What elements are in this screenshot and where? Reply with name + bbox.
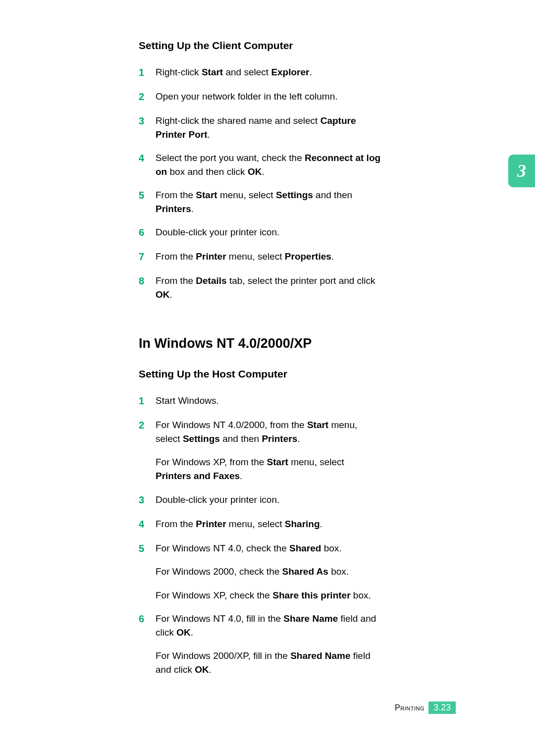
step: 7From the Printer menu, select Propertie… <box>139 250 381 264</box>
step-number: 1 <box>139 394 156 408</box>
step-number: 4 <box>139 151 156 178</box>
step-body: For Windows NT 4.0, fill in the Share Na… <box>156 612 381 676</box>
section2-title: Setting Up the Host Computer <box>139 368 381 380</box>
step: 8From the Details tab, select the printe… <box>139 274 381 301</box>
step: 3Double-click your printer icon. <box>139 493 381 507</box>
step-paragraph: For Windows 2000/XP, fill in the Shared … <box>156 649 381 676</box>
step-number: 5 <box>139 188 156 216</box>
step-body: Select the port you want, check the Reco… <box>156 151 381 178</box>
step: 4Select the port you want, check the Rec… <box>139 151 381 178</box>
step-number: 1 <box>139 65 156 80</box>
step-paragraph: From the Printer menu, select Properties… <box>156 250 381 264</box>
step-paragraph: Right-click the shared name and select C… <box>156 114 381 141</box>
step: 4From the Printer menu, select Sharing. <box>139 517 381 532</box>
section1-title: Setting Up the Client Computer <box>139 40 381 52</box>
step-body: Double-click your printer icon. <box>156 493 381 507</box>
step-number: 5 <box>139 541 156 602</box>
step: 6For Windows NT 4.0, fill in the Share N… <box>139 612 381 676</box>
step: 6Double-click your printer icon. <box>139 225 381 240</box>
step-paragraph: For Windows NT 4.0, check the Shared box… <box>156 541 381 555</box>
step-number: 2 <box>139 418 156 483</box>
step-paragraph: Right-click Start and select Explorer. <box>156 65 381 79</box>
page-footer: Printing 3.23 <box>395 702 456 714</box>
step-number: 6 <box>139 612 156 676</box>
step-body: Right-click the shared name and select C… <box>156 114 381 141</box>
step-paragraph: For Windows NT 4.0, fill in the Share Na… <box>156 612 381 639</box>
step-number: 7 <box>139 250 156 264</box>
step-paragraph: From the Printer menu, select Sharing. <box>156 517 381 531</box>
step-number: 3 <box>139 493 156 507</box>
step-paragraph: Double-click your printer icon. <box>156 493 381 507</box>
page-content: Setting Up the Client Computer 1Right-cl… <box>0 0 431 676</box>
footer-page-number: 3.23 <box>428 702 456 714</box>
step-body: Start Windows. <box>156 394 381 408</box>
step: 3Right-click the shared name and select … <box>139 114 381 141</box>
section2-steps: 1Start Windows.2For Windows NT 4.0/2000,… <box>139 394 381 676</box>
step: 2Open your network folder in the left co… <box>139 90 381 104</box>
step-body: Double-click your printer icon. <box>156 225 381 240</box>
step-number: 6 <box>139 225 156 240</box>
heading-windows-nt: In Windows NT 4.0/2000/XP <box>139 336 381 351</box>
footer-label: Printing <box>395 703 425 712</box>
step-paragraph: For Windows XP, from the Start menu, sel… <box>156 455 381 483</box>
step-paragraph: From the Details tab, select the printer… <box>156 274 381 301</box>
step-body: Right-click Start and select Explorer. <box>156 65 381 80</box>
step-paragraph: From the Start menu, select Settings and… <box>156 188 381 216</box>
step-body: For Windows NT 4.0/2000, from the Start … <box>156 418 381 483</box>
step: 2For Windows NT 4.0/2000, from the Start… <box>139 418 381 483</box>
step-body: Open your network folder in the left col… <box>156 90 381 104</box>
section1-steps: 1Right-click Start and select Explorer.2… <box>139 65 381 301</box>
step-paragraph: Select the port you want, check the Reco… <box>156 151 381 178</box>
step: 1Start Windows. <box>139 394 381 408</box>
step-number: 4 <box>139 517 156 532</box>
step-number: 3 <box>139 114 156 141</box>
step-body: From the Start menu, select Settings and… <box>156 188 381 216</box>
step: 5From the Start menu, select Settings an… <box>139 188 381 216</box>
step-body: For Windows NT 4.0, check the Shared box… <box>156 541 381 602</box>
step-paragraph: Open your network folder in the left col… <box>156 90 381 104</box>
step-number: 2 <box>139 90 156 104</box>
step-paragraph: Start Windows. <box>156 394 381 408</box>
chapter-tab: 3 <box>508 155 535 187</box>
step: 1Right-click Start and select Explorer. <box>139 65 381 80</box>
step-body: From the Printer menu, select Properties… <box>156 250 381 264</box>
step-paragraph: For Windows XP, check the Share this pri… <box>156 589 381 602</box>
step: 5For Windows NT 4.0, check the Shared bo… <box>139 541 381 602</box>
step-paragraph: For Windows 2000, check the Shared As bo… <box>156 565 381 579</box>
step-paragraph: For Windows NT 4.0/2000, from the Start … <box>156 418 381 445</box>
step-number: 8 <box>139 274 156 301</box>
step-body: From the Details tab, select the printer… <box>156 274 381 301</box>
step-body: From the Printer menu, select Sharing. <box>156 517 381 532</box>
step-paragraph: Double-click your printer icon. <box>156 225 381 239</box>
